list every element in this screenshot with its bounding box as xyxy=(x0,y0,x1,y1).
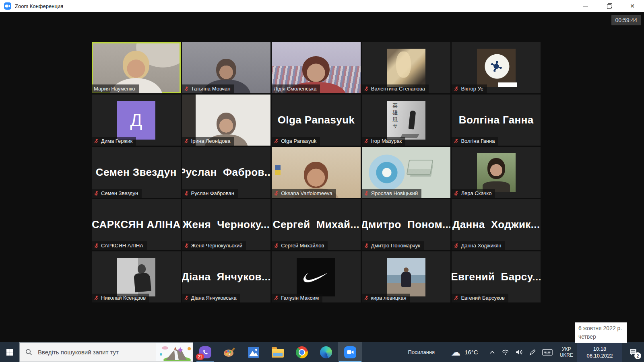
taskbar-paint-button[interactable] xyxy=(217,342,242,362)
participant-tile[interactable]: Дмитро Поном...Дмитро Пономарчук xyxy=(362,199,451,250)
participant-name: Віктор Ус xyxy=(461,86,483,92)
participant-tile[interactable]: Лера Скачко xyxy=(452,147,541,198)
participant-tile[interactable]: Николай Ксендзов xyxy=(92,251,181,302)
participant-name-bar: Татьяна Мовчан xyxy=(182,84,234,93)
start-button[interactable] xyxy=(0,342,19,362)
participant-name-bar: САРКСЯН АЛІНА xyxy=(92,241,147,250)
action-center-button[interactable]: 2 xyxy=(622,342,644,362)
participant-avatar xyxy=(117,258,155,296)
participant-name: САРКСЯН АЛІНА xyxy=(101,243,143,249)
participant-name-bar: Дмитро Пономарчук xyxy=(362,241,424,250)
taskbar-explorer-button[interactable] xyxy=(266,342,290,362)
search-highlights-icon[interactable] xyxy=(156,343,192,361)
participant-name-bar: Ярослав Новіцький xyxy=(362,189,422,198)
participant-tile[interactable]: Сергей Михай...Сергей Михайлов xyxy=(272,199,361,250)
weather-widget[interactable]: 16°C xyxy=(451,347,478,358)
participant-tile[interactable]: Татьяна Мовчан xyxy=(182,42,271,93)
taskbar-viber-button[interactable]: 21 xyxy=(193,342,217,362)
mic-muted-icon xyxy=(184,86,189,91)
zoom-taskbar-icon xyxy=(344,346,356,358)
participant-avatar xyxy=(477,49,516,87)
search-input[interactable] xyxy=(37,348,151,356)
participant-tile[interactable]: Ірина Леонідова xyxy=(182,95,271,146)
participant-tile[interactable]: Olga PanasyukOlga Panasyuk xyxy=(272,95,361,146)
participant-tile[interactable]: Діана Янчуков...Діана Янчуковська xyxy=(182,251,271,302)
participant-name-bar: Галузін Максим xyxy=(272,294,322,302)
zoom-app-icon xyxy=(4,2,11,10)
participant-tile[interactable]: Женя Черноку...Женя Чернокульский xyxy=(182,199,271,250)
participant-name: Діана Янчуковська xyxy=(191,295,237,301)
window-title: Zoom Конференция xyxy=(15,3,63,9)
search-icon xyxy=(25,349,32,356)
participant-tile[interactable]: 英雄風サІгор Мазурак xyxy=(362,95,451,146)
participant-name-bar: Николай Ксендзов xyxy=(92,294,149,302)
tray-chevron-button[interactable] xyxy=(489,350,495,354)
participant-name-bar: Валентина Степанова xyxy=(362,84,429,93)
participant-name: Галузін Максим xyxy=(281,295,319,301)
participant-name: Татьяна Мовчан xyxy=(191,86,231,92)
mic-muted-icon xyxy=(184,191,189,196)
participant-tile[interactable]: Лідія Смоленська xyxy=(272,42,361,93)
date-tooltip: 6 жовтня 2022 р. четвер xyxy=(575,322,627,343)
participant-name: кира левицкая xyxy=(371,295,407,301)
file-explorer-icon xyxy=(272,349,284,358)
notification-badge: 2 xyxy=(634,352,641,359)
participant-name-bar: Ігор Мазурак xyxy=(362,137,406,146)
taskbar-zoom-button[interactable] xyxy=(338,342,362,362)
mic-muted-icon xyxy=(454,86,459,91)
participant-tile[interactable]: Евгений Барсу...Евгений Барсуков xyxy=(452,251,541,302)
viber-badge: 21 xyxy=(196,354,204,360)
participant-tile[interactable]: Ярослав Новіцький xyxy=(362,147,451,198)
avatar-white-strip xyxy=(498,82,517,87)
participant-tile[interactable]: Волгіна ГаннаВолгіна Ганна xyxy=(452,95,541,146)
avatar-letter: Д xyxy=(130,111,142,129)
participant-tile[interactable]: Віктор Ус xyxy=(452,42,541,93)
language-line2: UKRE xyxy=(560,352,573,358)
participant-name-bar: Ірина Леонідова xyxy=(182,137,234,146)
participant-name: Руслан Фаброван xyxy=(191,190,234,196)
participant-tile[interactable]: ДДима Гержик xyxy=(92,95,181,146)
participant-avatar xyxy=(297,258,335,296)
chrome-icon xyxy=(296,346,308,358)
participant-tile[interactable]: Oksana Varfolomeeva xyxy=(272,147,361,198)
participant-tile[interactable]: Руслан Фабров...Руслан Фаброван xyxy=(182,147,271,198)
mic-muted-icon xyxy=(184,243,189,248)
volume-icon[interactable] xyxy=(516,349,523,355)
pen-icon[interactable] xyxy=(529,349,536,356)
participant-avatar: Д xyxy=(117,101,155,140)
mic-muted-icon xyxy=(364,243,369,248)
participant-tile[interactable]: САРКСЯН АЛІНАСАРКСЯН АЛІНА xyxy=(92,199,181,250)
taskbar-chrome-button[interactable] xyxy=(290,342,314,362)
paint-icon xyxy=(223,346,235,359)
restore-button[interactable] xyxy=(597,0,621,12)
participant-name-bar: Волгіна Ганна xyxy=(452,137,498,146)
participant-name: Дмитро Пономарчук xyxy=(371,243,420,249)
touch-keyboard-icon[interactable] xyxy=(542,349,553,356)
taskbar-photos-button[interactable] xyxy=(242,342,266,362)
minimize-button[interactable] xyxy=(574,0,597,12)
participant-tile[interactable]: Галузін Максим xyxy=(272,251,361,302)
taskbar-clock[interactable]: 10:18 06.10.2022 xyxy=(577,342,622,362)
participant-name: Лідія Смоленська xyxy=(274,86,316,92)
taskbar-search[interactable] xyxy=(19,342,193,362)
participant-name: Евгений Барсуков xyxy=(461,295,505,301)
participant-avatar xyxy=(477,153,516,192)
participants-grid: Мария НауменкоТатьяна МовчанЛідія Смолен… xyxy=(92,42,541,302)
participant-tile[interactable]: Валентина Степанова xyxy=(362,42,451,93)
links-toolbar-label[interactable]: Посилання xyxy=(408,349,435,355)
participant-tile[interactable]: Данна Ходжик...Данна Ходжикян xyxy=(452,199,541,250)
taskbar-edge-button[interactable] xyxy=(314,342,338,362)
wifi-icon[interactable] xyxy=(502,349,509,355)
nike-logo-icon xyxy=(303,272,328,282)
clock-time: 10:18 xyxy=(593,346,607,352)
mic-muted-icon xyxy=(364,191,369,196)
close-button[interactable] xyxy=(621,0,644,12)
participant-tile[interactable]: кира левицкая xyxy=(362,251,451,302)
participant-tile[interactable]: Мария Науменко xyxy=(92,42,181,93)
participant-tile[interactable]: Семен ЗвездунСемен Звездун xyxy=(92,147,181,198)
windows-logo-icon xyxy=(6,349,13,356)
language-indicator[interactable]: УКР UKRE xyxy=(560,346,573,358)
participant-name-bar: Евгений Барсуков xyxy=(452,294,508,302)
participant-name-bar: Лідія Смоленська xyxy=(272,84,320,93)
avatar-kanji-text: 英雄風サ xyxy=(391,103,398,130)
